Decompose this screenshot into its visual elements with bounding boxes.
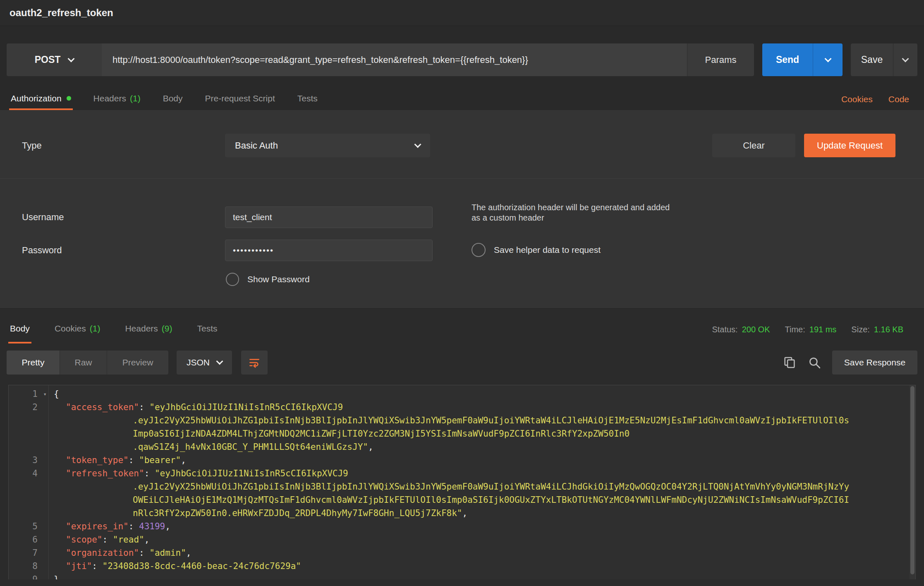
tab-label: Body [163,94,183,103]
response-meta: Status: 200 OK Time: 191 ms Size: 1.16 K… [712,315,916,343]
scrollbar[interactable] [910,385,915,579]
response-tab-cookies[interactable]: Cookies (1) [53,315,102,343]
chevron-down-icon [68,55,75,62]
tab-pre-request-script[interactable]: Pre-request Script [203,88,277,110]
request-titlebar: oauth2_refresh_token [0,0,924,26]
auth-type-value: Basic Auth [235,140,278,151]
word-wrap-icon [248,356,261,369]
code-text: OWEiLCJleHAiOjE1MzQ1MjQzMTQsImF1dGhvcml0… [48,493,849,507]
tab-count: (1) [130,94,141,103]
code-line: .eyJ1c2VyX25hbWUiOiJhZG1pbiIsInNjb3BlIjp… [9,414,915,427]
tab-body[interactable]: Body [161,88,184,110]
tab-label: Tests [197,324,217,334]
save-options-button[interactable] [893,43,917,76]
request-links: Cookies Code [841,88,915,110]
line-number [9,440,48,454]
tab-label: Headers [125,324,158,334]
code-text: "token_type": "bearer", [48,454,186,467]
method-label: POST [35,54,61,65]
scrollbar-thumb[interactable] [910,386,914,574]
response-tab-tests[interactable]: Tests [195,315,219,343]
request-builder: POST Params Send Save Authorization [0,26,924,110]
chevron-down-icon [414,141,421,148]
code-line: .eyJ1c2VyX25hbWUiOiJhZG1pbiIsInNjb3BlIjp… [9,480,915,493]
tab-authorization[interactable]: Authorization [9,88,73,110]
time-value: 191 ms [809,325,837,334]
view-mode-preview[interactable]: Preview [107,351,168,375]
response-toolbar-right: Save Response [783,351,917,375]
copy-response-button[interactable] [783,355,797,370]
search-response-button[interactable] [807,355,821,370]
code-line: 3"token_type": "bearer", [9,454,915,467]
params-button[interactable]: Params [687,43,754,76]
size-value: 1.16 KB [874,325,903,334]
code-text: { [48,387,59,401]
status-value: 200 OK [742,325,770,334]
save-helper-label: Save helper data to request [494,245,601,255]
tab-count: (1) [90,324,101,334]
code-text: .qawS1Z4j_h4vNx10GBC_Y_PHM1LLSQt64eniWLG… [48,440,373,454]
view-mode-raw[interactable]: Raw [60,351,107,375]
request-title: oauth2_refresh_token [10,7,113,19]
copy-icon [783,355,797,370]
response-body-viewer[interactable]: 1▾{2"access_token": "eyJhbGciOiJIUzI1NiI… [8,385,916,579]
code-line: OWEiLCJleHAiOjE1MzQ1MjQzMTQsImF1dGhvcml0… [9,493,915,507]
code-text: .eyJ1c2VyX25hbWUiOiJhZG1pbiIsInNjb3BlIjp… [48,480,849,493]
show-password-row: Show Password [0,273,924,286]
line-number: 1▾ [9,387,48,401]
show-password-label: Show Password [247,274,310,284]
save-helper-radio[interactable] [472,243,486,257]
code-text: "jti": "23408d38-8cdc-4460-beac-24c76dc7… [48,560,301,573]
response-tab-body[interactable]: Body [8,315,31,343]
code-link[interactable]: Code [888,94,909,104]
fold-caret-icon[interactable]: ▾ [43,387,47,401]
code-text: "access_token": "eyJhbGciOiJIUzI1NiIsInR… [48,401,343,414]
line-number [9,507,48,520]
auth-type-select[interactable]: Basic Auth [225,134,430,157]
tab-headers[interactable]: Headers (1) [92,88,142,110]
code-line: Imp0aSI6IjIzNDA4ZDM4LThjZGMtNDQ2MC1iZWFj… [9,427,915,440]
tab-count: (9) [162,324,172,334]
code-text: "expires_in": 43199, [48,520,170,533]
line-number: 5 [9,520,48,533]
response-tab-headers[interactable]: Headers (9) [123,315,174,343]
code-line: 9} [9,573,915,579]
url-input[interactable] [102,43,687,76]
format-value: JSON [187,358,210,367]
request-tabbar: Authorization Headers (1) Body Pre-reque… [7,88,917,110]
wrap-lines-button[interactable] [241,351,268,375]
view-mode-group: Pretty Raw Preview [7,351,168,375]
save-helper-row: Save helper data to request [472,243,678,257]
line-number: 9 [9,573,48,579]
postman-window: oauth2_refresh_token POST Params Send Sa… [0,0,924,586]
update-request-button[interactable]: Update Request [804,134,895,157]
line-number: 4 [9,467,48,480]
save-response-button[interactable]: Save Response [832,351,917,375]
method-select[interactable]: POST [7,43,102,76]
line-number [9,414,48,427]
auth-type-label: Type [0,140,225,151]
show-password-radio[interactable] [226,273,239,286]
response-time: Time: 191 ms [785,325,837,334]
code-text: "refresh_token": "eyJhbGciOiJIUzI1NiIsIn… [48,467,348,480]
code-text: "organization": "admin", [48,546,191,560]
tab-label: Tests [297,94,318,103]
response-toolbar: Pretty Raw Preview JSON [0,351,924,375]
password-input[interactable] [225,240,433,261]
tab-label: Pre-request Script [205,94,275,103]
username-label: Username [0,212,225,223]
username-input[interactable] [225,207,433,228]
format-select[interactable]: JSON [177,351,232,375]
response-size: Size: 1.16 KB [851,325,903,334]
tab-tests[interactable]: Tests [296,88,319,110]
view-mode-pretty[interactable]: Pretty [7,351,60,375]
cookies-link[interactable]: Cookies [841,94,873,104]
send-options-button[interactable] [813,43,843,76]
save-button[interactable]: Save [851,43,893,76]
clear-button[interactable]: Clear [712,134,795,157]
auth-helper-column: The authorization header will be generat… [472,202,678,257]
code-line: 7"organization": "admin", [9,546,915,560]
code-lines: 1▾{2"access_token": "eyJhbGciOiJIUzI1NiI… [9,387,915,579]
auth-configured-dot [67,96,71,101]
send-button[interactable]: Send [762,43,813,76]
